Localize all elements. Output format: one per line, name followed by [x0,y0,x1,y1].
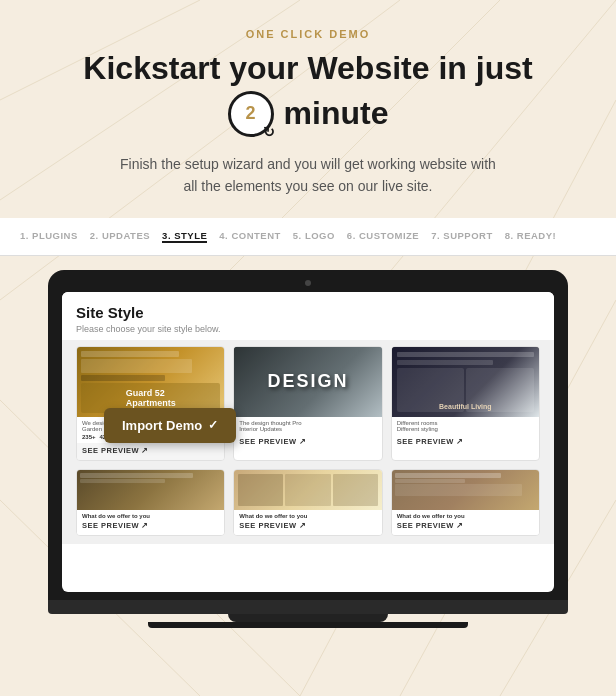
step-logo[interactable]: 5. LOGO [293,230,335,243]
step-content-label: CONTENT [231,230,280,241]
screen-title: Site Style [76,304,540,321]
headline-line1: Kickstart your Website in just [83,50,532,87]
step-style-label: STYLE [174,230,207,241]
step-support[interactable]: 7. SUPPORT [431,230,493,243]
external-link-icon-2: ↗ [299,437,307,446]
headline-line2: 2 ↻ minute [228,91,389,137]
step-ready[interactable]: 8. READY! [505,230,557,243]
clock-number: 2 [246,103,256,124]
step-customize[interactable]: 6. CUSTOMIZE [347,230,419,243]
demo-card-6[interactable]: What do we offer to you SEE PREVIEW ↗ [391,469,540,536]
external-link-icon-5: ↗ [299,521,307,530]
see-preview-4[interactable]: SEE PREVIEW ↗ [82,521,219,530]
subtitle: Finish the setup wizard and you will get… [120,153,496,198]
see-preview-1-label: SEE PREVIEW [82,446,139,455]
external-link-icon-3: ↗ [456,437,464,446]
step-plugins-label: PLUGINS [32,230,78,241]
demo-card-2[interactable]: DESIGN The design thought ProInterior Up… [233,346,382,461]
see-preview-3-label: SEE PREVIEW [397,437,454,446]
step-updates[interactable]: 2. UPDATES [90,230,150,243]
laptop-mockup: Import Demo ✓ Site Style Please choose y… [48,270,568,628]
see-preview-6[interactable]: SEE PREVIEW ↗ [397,521,534,530]
step-content-num: 4. [219,230,228,241]
overline-text: ONE CLICK DEMO [246,28,371,40]
demo-card-5[interactable]: What do we offer to you SEE PREVIEW ↗ [233,469,382,536]
see-preview-6-label: SEE PREVIEW [397,521,454,530]
import-demo-label: Import Demo [122,418,202,433]
screen-subtitle: Please choose your site style below. [76,324,540,334]
card3-image: Beautiful Living [392,347,539,417]
step-plugins[interactable]: 1. PLUGINS [20,230,78,243]
step-ready-num: 8. [505,230,514,241]
clock-icon: 2 ↻ [228,91,274,137]
step-updates-num: 2. [90,230,99,241]
step-customize-num: 6. [347,230,356,241]
see-preview-2[interactable]: SEE PREVIEW ↗ [239,437,376,446]
step-style[interactable]: 3. STYLE [162,230,207,243]
import-demo-arrow-icon: ✓ [208,418,218,432]
see-preview-4-label: SEE PREVIEW [82,521,139,530]
step-style-num: 3. [162,230,171,241]
clock-arrow-icon: ↻ [263,124,275,140]
demo-card-4[interactable]: What do we offer to you SEE PREVIEW ↗ [76,469,225,536]
external-link-icon-6: ↗ [456,521,464,530]
step-ready-label: READY! [517,230,556,241]
demo-card-3[interactable]: Beautiful Living Different roomsDifferen… [391,346,540,461]
step-logo-num: 5. [293,230,302,241]
see-preview-1[interactable]: SEE PREVIEW ↗ [82,446,219,455]
step-support-num: 7. [431,230,440,241]
see-preview-5-label: SEE PREVIEW [239,521,296,530]
card2-image: DESIGN [234,347,381,417]
step-updates-label: UPDATES [102,230,150,241]
see-preview-2-label: SEE PREVIEW [239,437,296,446]
laptop-base [48,600,568,614]
step-plugins-num: 1. [20,230,29,241]
demo-card-1[interactable]: Guard 52Apartments We design thought Pro… [76,346,225,461]
laptop-foot [148,622,468,628]
laptop-stand [228,614,388,622]
headline-minute: minute [284,95,389,132]
step-content[interactable]: 4. CONTENT [219,230,281,243]
card1-image: Guard 52Apartments [77,347,224,417]
steps-bar: 1. PLUGINS 2. UPDATES 3. STYLE 4. CONTEN… [0,218,616,256]
see-preview-5[interactable]: SEE PREVIEW ↗ [239,521,376,530]
external-link-icon-4: ↗ [141,521,149,530]
see-preview-3[interactable]: SEE PREVIEW ↗ [397,437,534,446]
screen-grid: Guard 52Apartments We design thought Pro… [62,340,554,469]
external-link-icon-1: ↗ [141,446,149,455]
step-support-label: SUPPORT [443,230,492,241]
laptop-camera [305,280,311,286]
step-customize-label: CUSTOMIZE [359,230,419,241]
step-logo-label: LOGO [305,230,335,241]
import-demo-button[interactable]: Import Demo ✓ [104,408,236,443]
screen-header: Site Style Please choose your site style… [62,292,554,340]
